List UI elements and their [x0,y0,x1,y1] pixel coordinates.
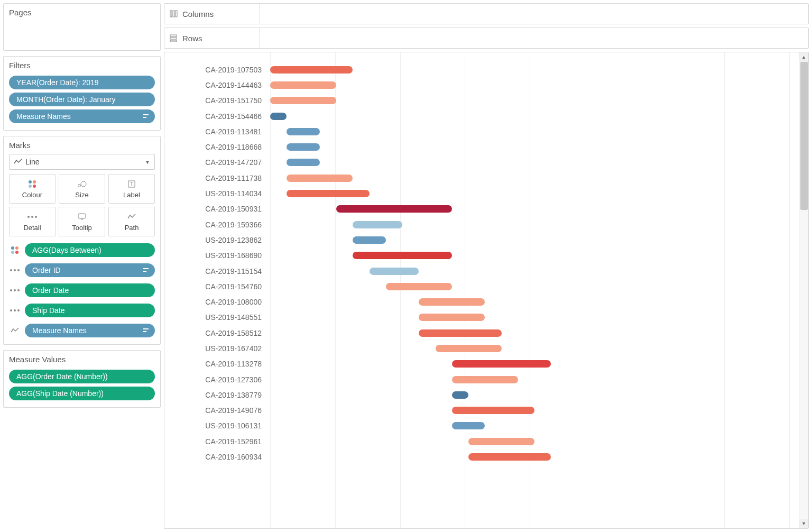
filter-pill[interactable]: MONTH(Order Date): January [9,93,155,106]
line-icon [14,159,22,165]
row-plot [270,310,799,325]
gantt-bar[interactable] [452,391,468,399]
visualization-area[interactable]: CA-2019-107503CA-2019-144463CA-2019-1517… [164,52,809,529]
mark-button-label: Tooltip [72,224,92,232]
gantt-bar[interactable] [270,81,336,89]
gantt-bar[interactable] [452,422,485,429]
chart-row: CA-2019-159366 [164,217,799,232]
gantt-bar[interactable] [336,205,452,213]
scroll-up-arrow[interactable]: ▲ [799,52,808,62]
sort-icon [363,34,370,43]
columns-pill-measure-values[interactable]: Measure Values [265,6,376,21]
gantt-bar[interactable] [468,438,534,445]
rows-label: Rows [182,34,202,43]
measure-values-title: Measure Values [9,355,155,364]
row-label: CA-2019-107503 [164,66,270,74]
row-plot [270,294,799,309]
mark-row: AGG(Days Between) [9,242,155,259]
row-label: CA-2019-118668 [164,143,270,151]
chart-row: US-2019-167402 [164,341,799,356]
mark-button-label: Size [75,191,88,199]
gantt-bar[interactable] [353,252,452,259]
gantt-bar[interactable] [287,128,320,135]
filter-pill-label: YEAR(Order Date): 2019 [16,78,99,87]
measure-value-pill[interactable]: AGG(Order Date (Number)) [9,370,155,383]
columns-shelf[interactable]: Columns Measure Values [164,3,809,24]
mark-detail-button[interactable]: Detail [9,207,56,236]
row-label: US-2019-123862 [164,236,270,244]
gantt-bar[interactable] [270,113,287,120]
colour-icon [29,179,36,189]
row-plot [270,341,799,356]
pages-panel: Pages [3,3,161,51]
gantt-bar[interactable] [270,97,336,104]
mark-pill[interactable]: Ship Date [25,304,155,317]
sort-icon [143,327,150,334]
chart-row: CA-2019-118668 [164,139,799,154]
rows-pill-order-id[interactable]: Order ID [265,31,376,45]
row-plot [270,170,799,186]
scroll-down-arrow[interactable]: ▼ [799,519,808,528]
svg-rect-5 [170,11,172,17]
gantt-bar[interactable] [419,329,501,337]
measure-value-pill[interactable]: AGG(Ship Date (Number)) [9,387,155,400]
row-label: CA-2019-111738 [164,174,270,182]
svg-rect-9 [170,38,177,39]
row-label: CA-2019-159366 [164,221,270,229]
row-plot [270,356,799,372]
measure-values-panel: Measure Values AGG(Order Date (Number))A… [3,350,161,408]
mark-button-label: Path [125,224,139,232]
row-plot [270,155,799,170]
mark-pill[interactable]: Measure Names [25,324,155,337]
row-plot [270,232,799,247]
mark-path-button[interactable]: Path [108,207,155,236]
chart-row: US-2019-123862 [164,232,799,247]
row-label: US-2019-168690 [164,251,270,260]
gantt-bar[interactable] [287,159,320,166]
gantt-bar[interactable] [419,314,485,321]
chart-row: CA-2019-138779 [164,387,799,402]
gantt-bar[interactable] [419,298,485,306]
mark-size-button[interactable]: Size [59,174,105,204]
gantt-bar[interactable] [353,221,402,228]
row-label: CA-2019-154760 [164,282,270,291]
filter-pill[interactable]: YEAR(Order Date): 2019 [9,76,155,89]
gantt-bar[interactable] [287,175,353,182]
gantt-bar[interactable] [436,345,502,352]
path-icon [9,327,21,334]
mark-pill[interactable]: Order ID [25,263,155,277]
gantt-bar[interactable] [452,360,551,368]
gantt-bar[interactable] [386,283,452,290]
row-label: CA-2019-147207 [164,158,270,167]
mark-type-select[interactable]: Line ▼ [9,154,155,170]
gantt-bar[interactable] [452,376,518,383]
svg-text:T: T [130,181,133,187]
svg-point-1 [81,181,86,187]
mark-pill-label: Ship Date [32,306,64,315]
detail-icon [9,269,21,271]
row-plot [270,62,799,77]
scroll-thumb[interactable] [800,62,808,210]
row-plot [270,77,799,93]
filter-pill[interactable]: Measure Names [9,109,155,123]
rows-shelf[interactable]: Rows Order ID [164,27,809,49]
mark-label-button[interactable]: TLabel [108,174,155,204]
colour-icon [9,246,21,254]
gantt-bar[interactable] [370,268,419,275]
mark-colour-button[interactable]: Colour [9,174,56,204]
gantt-bar[interactable] [270,66,353,74]
chart-row: CA-2019-151750 [164,93,799,108]
gantt-bar[interactable] [287,143,320,151]
mark-tooltip-button[interactable]: Tooltip [59,207,105,236]
mark-pill[interactable]: AGG(Days Between) [25,243,155,257]
mark-pill[interactable]: Order Date [25,283,155,297]
gantt-bar[interactable] [452,407,534,414]
gantt-bar[interactable] [468,453,551,461]
gantt-bar[interactable] [353,236,386,244]
row-label: CA-2019-144463 [164,81,270,89]
marks-panel: Marks Line ▼ ColourSizeTLabelDetailToolt… [3,136,161,345]
mark-button-label: Label [123,191,140,199]
gantt-bar[interactable] [287,190,369,197]
vertical-scrollbar[interactable]: ▲ ▼ [799,52,808,528]
row-label: US-2019-106131 [164,421,270,430]
